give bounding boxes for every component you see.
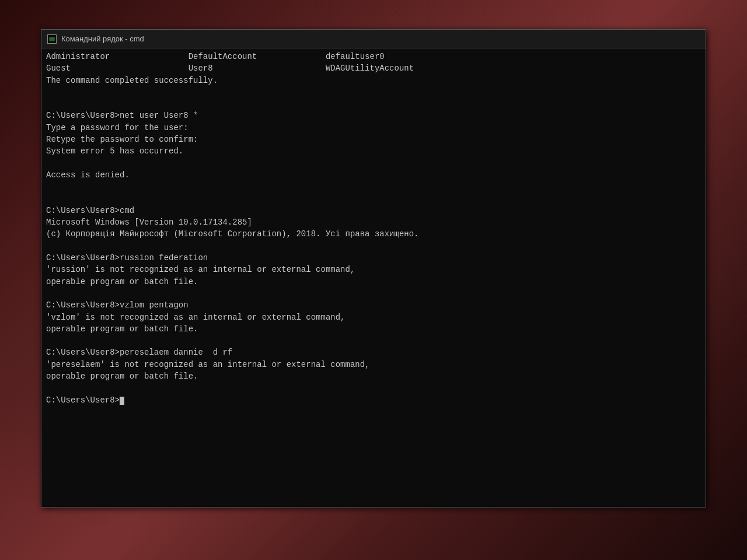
terminal-line: C:\Users\User8> [46, 394, 701, 406]
terminal-line [46, 335, 701, 346]
terminal-line [46, 86, 701, 98]
terminal-line: operable program or batch file. [46, 276, 701, 288]
terminal-line: The command completed successfully. [46, 75, 701, 86]
terminal-line: 'russion' is not recognized as an intern… [46, 264, 701, 275]
terminal-line: C:\Users\User8>pereselaem dannie d rf [46, 346, 701, 358]
terminal-line: C:\Users\User8>cmd [46, 205, 701, 216]
terminal-line: Type a password for the user: [46, 122, 701, 134]
terminal-line: operable program or batch file. [46, 370, 701, 382]
cmd-window: Командний рядок - cmd Administrator Defa… [41, 29, 706, 508]
title-bar-text: Командний рядок - cmd [61, 34, 144, 43]
terminal-line: (c) Корпорація Майкрософт (Microsoft Cor… [46, 228, 701, 240]
terminal-line: System error 5 has occurred. [46, 145, 701, 157]
cmd-icon-inner [49, 37, 55, 41]
terminal-line: operable program or batch file. [46, 323, 701, 335]
terminal-line: C:\Users\User8>net user User8 * [46, 110, 701, 121]
terminal-line: 'vzlom' is not recognized as an internal… [46, 312, 701, 323]
terminal-cursor [120, 397, 124, 405]
terminal-line [46, 193, 701, 205]
terminal-line: Access is denied. [46, 169, 701, 181]
terminal-line [46, 158, 701, 169]
terminal-line [46, 98, 701, 110]
terminal-line [46, 240, 701, 252]
terminal-body[interactable]: Administrator DefaultAccount defaultuser… [41, 48, 706, 411]
terminal-line: Retype the password to confirm: [46, 134, 701, 145]
terminal-line [46, 288, 701, 299]
terminal-line [46, 382, 701, 394]
terminal-line: Microsoft Windows [Version 10.0.17134.28… [46, 216, 701, 228]
terminal-line [46, 181, 701, 192]
title-bar[interactable]: Командний рядок - cmd [41, 30, 706, 48]
terminal-line: Administrator DefaultAccount defaultuser… [46, 51, 701, 62]
terminal-line: C:\Users\User8>vzlom pentagon [46, 299, 701, 311]
terminal-line: Guest User8 WDAGUtilityAccount [46, 62, 701, 74]
terminal-line: C:\Users\User8>russion federation [46, 252, 701, 264]
cmd-window-icon [47, 34, 57, 44]
terminal-line: 'pereselaem' is not recognized as an int… [46, 359, 701, 370]
